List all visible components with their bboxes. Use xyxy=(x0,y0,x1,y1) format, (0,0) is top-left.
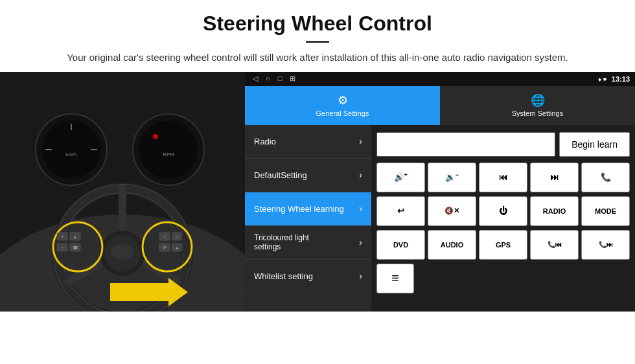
menu-whitelist-arrow: › xyxy=(359,271,362,281)
general-settings-label: General Settings xyxy=(316,109,369,117)
vol-down-button[interactable]: 🔉− xyxy=(428,163,476,192)
menu-tricoloured-label: Tricoloured lightsettings xyxy=(254,233,309,251)
general-settings-icon: ⚙ xyxy=(338,93,348,108)
svg-text:▲: ▲ xyxy=(73,235,77,239)
menu-item-default-setting[interactable]: DefaultSetting › xyxy=(245,159,371,192)
controls-panel: Begin learn 🔊+ 🔉− ⏮ ⏭ xyxy=(371,125,635,312)
svg-point-10 xyxy=(139,120,198,179)
recent-nav-icon[interactable]: □ xyxy=(278,74,283,83)
home-nav-icon[interactable]: ○ xyxy=(266,74,270,83)
gps-label: GPS xyxy=(496,241,511,249)
gps-button[interactable]: GPS xyxy=(479,230,527,260)
svg-point-21 xyxy=(111,244,134,260)
page-header: Steering Wheel Control Your original car… xyxy=(0,0,635,72)
vol-down-icon: 🔉− xyxy=(445,172,459,182)
call-prev-button[interactable]: 📞⏮ xyxy=(530,230,579,260)
begin-learn-button[interactable]: Begin learn xyxy=(559,132,630,157)
vol-up-button[interactable]: 🔊+ xyxy=(376,163,425,192)
svg-text:◇: ◇ xyxy=(176,235,179,239)
menu-tricoloured-arrow: › xyxy=(359,237,362,247)
settings-menu: Radio › DefaultSetting › Steering Wheel … xyxy=(245,125,371,312)
control-row-3: DVD AUDIO GPS 📞⏮ 📞⏭ xyxy=(376,230,630,260)
mute-button[interactable]: 🔇✕ xyxy=(428,196,476,226)
svg-point-12 xyxy=(153,134,158,139)
menu-radio-label: Radio xyxy=(254,137,276,146)
svg-text:☎: ☎ xyxy=(73,245,78,250)
dvd-button[interactable]: DVD xyxy=(376,230,425,260)
vol-up-icon: 🔊+ xyxy=(394,172,408,182)
menu-steering-label: Steering Wheel learning xyxy=(254,204,344,214)
svg-text:◈: ◈ xyxy=(176,246,179,250)
page-subtitle: Your original car's steering wheel contr… xyxy=(26,51,609,65)
svg-text:km/h: km/h xyxy=(65,152,76,157)
system-settings-label: System Settings xyxy=(512,109,563,117)
menu-item-tricoloured[interactable]: Tricoloured lightsettings › xyxy=(245,226,371,260)
begin-learn-row: Begin learn xyxy=(376,130,630,159)
android-ui: ◁ ○ □ ⊞ ♦ ♥ 13:13 ⚙ General Settings 🌐 S… xyxy=(245,72,635,312)
menu-radio-arrow: › xyxy=(359,136,362,146)
tab-general[interactable]: ⚙ General Settings xyxy=(245,86,440,125)
radio-label: RADIO xyxy=(543,207,566,215)
menu-default-arrow: › xyxy=(359,170,362,180)
call-next-button[interactable]: 📞⏭ xyxy=(581,230,630,260)
settings-tabs: ⚙ General Settings 🌐 System Settings xyxy=(245,86,635,125)
menu-item-radio[interactable]: Radio › xyxy=(245,125,371,159)
car-image: km/h RPM xyxy=(0,72,245,312)
tab-system[interactable]: 🌐 System Settings xyxy=(440,86,635,125)
power-button[interactable]: ⏻ xyxy=(479,196,527,226)
mode-label: MODE xyxy=(595,207,616,215)
bottom-row: ≡ xyxy=(376,264,630,293)
call-button[interactable]: 📞 xyxy=(581,163,630,192)
audio-button[interactable]: AUDIO xyxy=(428,230,476,260)
menu-default-label: DefaultSetting xyxy=(254,170,307,180)
mode-button[interactable]: MODE xyxy=(581,196,630,226)
call-next-icon: 📞⏭ xyxy=(599,241,613,248)
system-settings-icon: 🌐 xyxy=(531,93,545,108)
menu-whitelist-label: Whitelist setting xyxy=(254,271,313,281)
mute-icon: 🔇✕ xyxy=(444,207,459,215)
signal-icons: ♦ ♥ xyxy=(598,76,607,83)
radio-button[interactable]: RADIO xyxy=(530,196,579,226)
status-bar: ◁ ○ □ ⊞ ♦ ♥ 13:13 xyxy=(245,72,635,86)
back-button[interactable]: ↩ xyxy=(376,196,425,226)
menu-item-steering-wheel[interactable]: Steering Wheel learning › xyxy=(245,192,371,226)
back-icon: ↩ xyxy=(397,206,404,216)
title-divider xyxy=(306,41,329,43)
menu-item-whitelist[interactable]: Whitelist setting › xyxy=(245,260,371,293)
status-time: ♦ ♥ 13:13 xyxy=(598,75,630,83)
next-track-icon: ⏭ xyxy=(550,172,559,182)
key-input-box xyxy=(376,132,555,157)
nav-icons: ◁ ○ □ ⊞ xyxy=(253,74,295,83)
svg-text:☆: ☆ xyxy=(163,234,167,239)
settings-main: Radio › DefaultSetting › Steering Wheel … xyxy=(245,125,635,312)
page-title: Steering Wheel Control xyxy=(26,12,609,36)
prev-track-button[interactable]: ⏮ xyxy=(479,163,527,192)
content-area: km/h RPM xyxy=(0,72,635,312)
control-row-2: ↩ 🔇✕ ⏻ RADIO MODE xyxy=(376,196,630,226)
call-prev-icon: 📞⏮ xyxy=(548,241,562,248)
svg-text:+: + xyxy=(61,234,64,239)
menu-nav-icon[interactable]: ⊞ xyxy=(290,74,295,83)
whitelist-icon-button[interactable]: ≡ xyxy=(376,264,414,293)
svg-text:RPM: RPM xyxy=(163,152,174,157)
back-nav-icon[interactable]: ◁ xyxy=(253,74,258,83)
control-row-1: 🔊+ 🔉− ⏮ ⏭ 📞 xyxy=(376,163,630,192)
power-icon: ⏻ xyxy=(499,206,507,216)
dvd-label: DVD xyxy=(393,241,408,249)
menu-steering-arrow: › xyxy=(359,203,362,214)
prev-track-icon: ⏮ xyxy=(499,172,507,182)
whitelist-icon: ≡ xyxy=(391,271,399,286)
svg-text:−: − xyxy=(61,245,64,250)
next-track-button[interactable]: ⏭ xyxy=(530,163,579,192)
call-icon: 📞 xyxy=(601,172,611,182)
audio-label: AUDIO xyxy=(441,241,463,249)
svg-text:⟳: ⟳ xyxy=(163,245,167,251)
